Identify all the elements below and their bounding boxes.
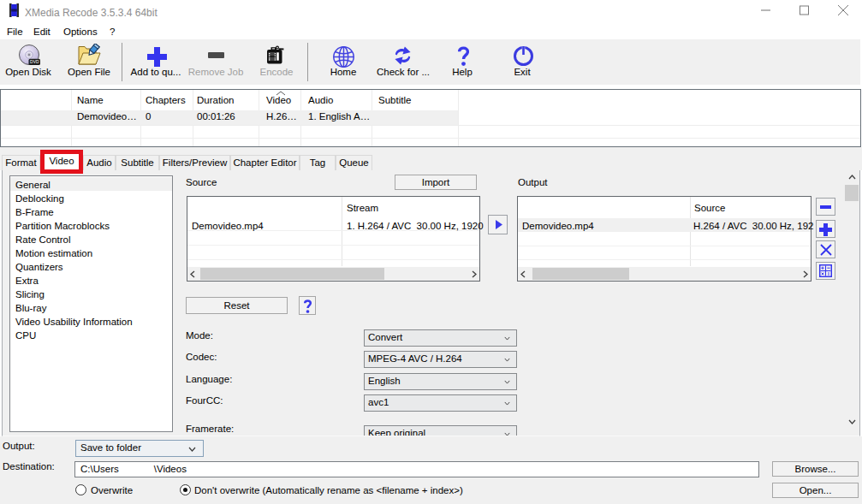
svg-text:DVD: DVD (30, 59, 39, 64)
